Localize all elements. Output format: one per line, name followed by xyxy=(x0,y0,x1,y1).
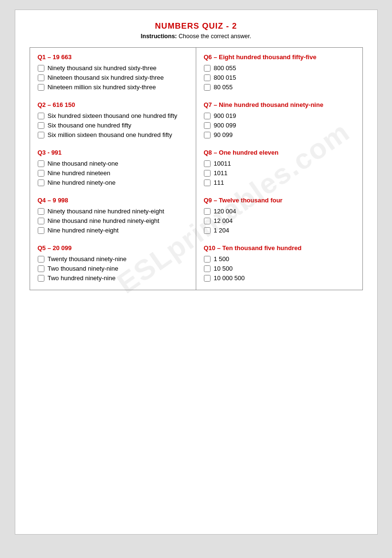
checkbox-q9-2[interactable] xyxy=(204,218,211,224)
checkbox-q4-1[interactable] xyxy=(38,208,44,215)
question-block-q6: Q6 – Eight hundred thousand fifty-five80… xyxy=(204,53,355,91)
option-text-q6-3: 80 055 xyxy=(214,84,233,91)
question-block-q5: Q5 – 20 099Twenty thousand ninety-nineTw… xyxy=(38,244,188,282)
checkbox-q4-3[interactable] xyxy=(38,227,44,234)
question-label-q7: Q7 – Nine hundred thousand ninety-nine xyxy=(204,101,355,108)
option-q2-1: Six hundred sixteen thousand one hundred… xyxy=(38,112,188,119)
option-text-q5-1: Twenty thousand ninety-nine xyxy=(48,255,127,263)
option-q1-1: Ninety thousand six hundred sixty-three xyxy=(38,64,188,72)
option-q1-2: Nineteen thousand six hundred sixty-thre… xyxy=(38,74,188,81)
checkbox-q7-2[interactable] xyxy=(204,122,211,129)
option-q7-3: 90 099 xyxy=(204,131,355,138)
option-q5-1: Twenty thousand ninety-nine xyxy=(38,255,188,263)
checkbox-q10-3[interactable] xyxy=(204,275,211,282)
option-text-q1-3: Nineteen million six hundred sixty-three xyxy=(48,84,156,91)
question-label-q6: Q6 – Eight hundred thousand fifty-five xyxy=(204,53,355,61)
question-block-q2: Q2 – 616 150Six hundred sixteen thousand… xyxy=(38,101,188,138)
checkbox-q2-3[interactable] xyxy=(38,132,44,138)
option-q3-3: Nine hundred ninety-one xyxy=(38,179,188,186)
question-label-q2: Q2 – 616 150 xyxy=(38,101,188,108)
checkbox-q7-1[interactable] xyxy=(204,113,211,119)
option-q1-3: Nineteen million six hundred sixty-three xyxy=(38,84,188,91)
option-text-q10-2: 10 500 xyxy=(214,265,233,272)
option-text-q8-3: 111 xyxy=(214,179,224,186)
question-label-q3: Q3 - 991 xyxy=(38,149,188,156)
question-label-q4: Q4 – 9 998 xyxy=(38,197,188,204)
option-text-q10-3: 10 000 500 xyxy=(214,274,245,282)
question-block-q10: Q10 – Ten thousand five hundred1 50010 5… xyxy=(204,244,355,282)
page: NUMBERS QUIZ - 2 Instructions: Choose th… xyxy=(15,10,378,535)
option-q4-2: Nine thousand nine hundred ninety-eight xyxy=(38,217,188,224)
checkbox-q8-3[interactable] xyxy=(204,179,211,186)
option-text-q9-2: 12 004 xyxy=(214,217,233,224)
option-text-q8-1: 10011 xyxy=(214,160,231,167)
checkbox-q3-2[interactable] xyxy=(38,170,44,177)
option-text-q1-1: Ninety thousand six hundred sixty-three xyxy=(48,64,157,72)
checkbox-q9-3[interactable] xyxy=(204,227,211,234)
question-label-q10: Q10 – Ten thousand five hundred xyxy=(204,244,355,252)
checkbox-q3-1[interactable] xyxy=(38,160,44,167)
checkbox-q1-1[interactable] xyxy=(38,65,44,72)
question-label-q9: Q9 – Twelve thousand four xyxy=(204,197,355,204)
option-q5-3: Two hundred ninety-nine xyxy=(38,274,188,282)
option-q10-3: 10 000 500 xyxy=(204,274,355,282)
option-text-q8-2: 1011 xyxy=(214,169,228,177)
page-title: NUMBERS QUIZ - 2 xyxy=(30,21,363,31)
option-text-q3-2: Nine hundred nineteen xyxy=(48,169,111,177)
option-q6-1: 800 055 xyxy=(204,64,355,72)
option-q7-2: 900 099 xyxy=(204,122,355,129)
option-q6-3: 80 055 xyxy=(204,84,355,91)
question-block-q8: Q8 – One hundred eleven100111011111 xyxy=(204,149,355,186)
checkbox-q5-2[interactable] xyxy=(38,265,44,272)
question-block-q7: Q7 – Nine hundred thousand ninety-nine90… xyxy=(204,101,355,138)
option-q2-3: Six million sixteen thousand one hundred… xyxy=(38,131,188,138)
option-q7-1: 900 019 xyxy=(204,112,355,119)
question-block-q4: Q4 – 9 998Ninety thousand nine hundred n… xyxy=(38,197,188,234)
instructions-label: Instructions: xyxy=(141,33,177,40)
option-q10-2: 10 500 xyxy=(204,265,355,272)
question-block-q9: Q9 – Twelve thousand four120 00412 0041 … xyxy=(204,197,355,234)
option-q8-2: 1011 xyxy=(204,169,355,177)
option-text-q1-2: Nineteen thousand six hundred sixty-thre… xyxy=(48,74,164,81)
option-text-q9-3: 1 204 xyxy=(214,227,230,234)
option-text-q6-2: 800 015 xyxy=(214,74,236,81)
checkbox-q2-2[interactable] xyxy=(38,122,44,129)
option-text-q9-1: 120 004 xyxy=(214,208,236,215)
option-q8-3: 111 xyxy=(204,179,355,186)
option-text-q7-2: 900 099 xyxy=(214,122,236,129)
option-q3-2: Nine hundred nineteen xyxy=(38,169,188,177)
quiz-container: Q1 – 19 663Ninety thousand six hundred s… xyxy=(30,47,363,290)
checkbox-q1-2[interactable] xyxy=(38,74,44,81)
option-text-q7-3: 90 099 xyxy=(214,131,233,138)
checkbox-q9-1[interactable] xyxy=(204,208,211,215)
checkbox-q6-2[interactable] xyxy=(204,74,211,81)
checkbox-q8-1[interactable] xyxy=(204,160,211,167)
option-text-q2-3: Six million sixteen thousand one hundred… xyxy=(48,131,172,138)
question-block-q1: Q1 – 19 663Ninety thousand six hundred s… xyxy=(38,53,188,91)
checkbox-q8-2[interactable] xyxy=(204,170,211,177)
option-text-q7-1: 900 019 xyxy=(214,112,236,119)
option-q6-2: 800 015 xyxy=(204,74,355,81)
option-q9-1: 120 004 xyxy=(204,208,355,215)
checkbox-q7-3[interactable] xyxy=(204,132,211,138)
checkbox-q10-1[interactable] xyxy=(204,256,211,263)
checkbox-q10-2[interactable] xyxy=(204,265,211,272)
checkbox-q5-1[interactable] xyxy=(38,256,44,263)
instructions: Instructions: Choose the correct answer. xyxy=(30,33,363,40)
right-column: Q6 – Eight hundred thousand fifty-five80… xyxy=(196,48,362,290)
checkbox-q2-1[interactable] xyxy=(38,113,44,119)
option-text-q10-1: 1 500 xyxy=(214,255,230,263)
checkbox-q5-3[interactable] xyxy=(38,275,44,282)
option-q8-1: 10011 xyxy=(204,160,355,167)
option-text-q4-3: Nine hundred ninety-eight xyxy=(48,227,119,234)
checkbox-q6-3[interactable] xyxy=(204,84,211,91)
checkbox-q1-3[interactable] xyxy=(38,84,44,91)
option-text-q3-3: Nine hundred ninety-one xyxy=(48,179,116,186)
checkbox-q3-3[interactable] xyxy=(38,179,44,186)
checkbox-q4-2[interactable] xyxy=(38,218,44,224)
option-text-q5-2: Two thousand ninety-nine xyxy=(48,265,118,272)
option-q5-2: Two thousand ninety-nine xyxy=(38,265,188,272)
option-text-q3-1: Nine thousand ninety-one xyxy=(48,160,118,167)
question-label-q8: Q8 – One hundred eleven xyxy=(204,149,355,156)
checkbox-q6-1[interactable] xyxy=(204,65,211,72)
